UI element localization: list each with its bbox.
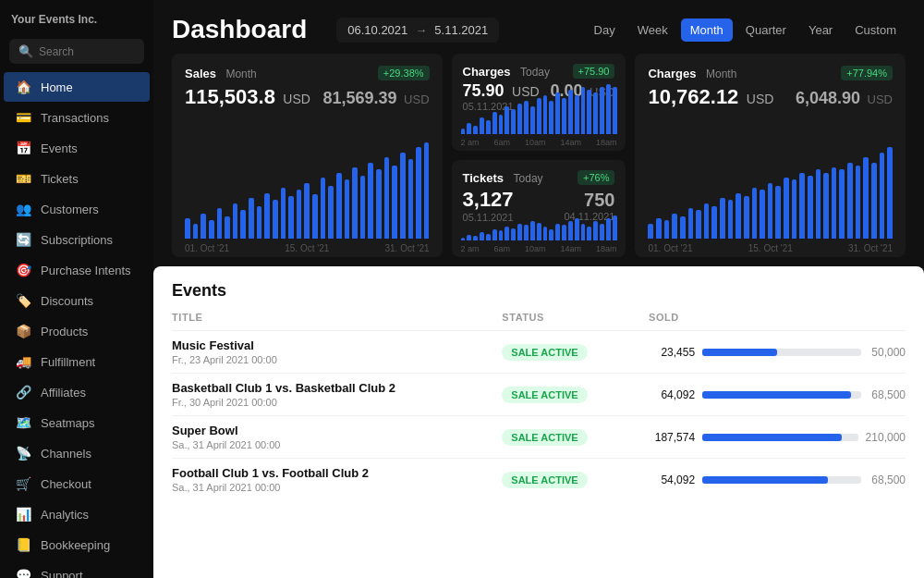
- sidebar-icon-4: 👥: [15, 202, 31, 216]
- status-badge: SALE ACTIVE: [502, 429, 587, 446]
- chart-bar: [486, 234, 491, 240]
- event-date: Fr., 23 April 2021 00:00: [172, 354, 502, 365]
- time-filter-custom[interactable]: Custom: [845, 18, 906, 42]
- chart-bar: [847, 163, 853, 240]
- chart-bar: [473, 126, 478, 134]
- event-name: Football Club 1 vs. Football Club 2: [172, 466, 502, 480]
- search-icon: 🔍: [18, 44, 33, 58]
- chart-bar: [499, 230, 504, 240]
- chart-bar: [321, 178, 326, 239]
- chart-bar: [656, 218, 662, 239]
- sidebar-item-tickets[interactable]: 🎫Tickets: [4, 164, 150, 193]
- sidebar-item-discounts[interactable]: 🏷️Discounts: [4, 286, 150, 315]
- event-date: Sa., 31 April 2021 00:00: [172, 482, 502, 493]
- chart-bar: [871, 163, 877, 240]
- sidebar-item-channels[interactable]: 📡Channels: [4, 438, 150, 468]
- chart-bar: [887, 147, 893, 239]
- chart-bar: [613, 87, 617, 134]
- event-name: Music Festival: [172, 338, 502, 352]
- sidebar-item-purchase-intents[interactable]: 🎯Purchase Intents: [4, 255, 150, 285]
- event-name: Super Bowl: [172, 424, 502, 437]
- chart-bar: [209, 220, 214, 239]
- chart-bar: [517, 104, 522, 134]
- chart-bar: [297, 190, 302, 239]
- chart-bar: [549, 101, 553, 134]
- chart-bar: [336, 173, 342, 240]
- chart-bar: [505, 106, 509, 134]
- time-filter-year[interactable]: Year: [799, 18, 842, 42]
- tickets-card-subtitle: Today: [514, 172, 543, 185]
- chart-bar: [752, 188, 758, 239]
- chart-bar: [273, 200, 278, 239]
- date-end: 5.11.2021: [434, 23, 488, 37]
- chart-bar: [288, 196, 294, 239]
- chart-bar: [416, 147, 421, 239]
- search-input[interactable]: [39, 45, 135, 58]
- sidebar-label-0: Home: [41, 80, 73, 94]
- event-sold-cell: 54,092 68,500: [649, 459, 906, 501]
- time-filter-quarter[interactable]: Quarter: [736, 18, 796, 42]
- date-arrow: →: [415, 23, 427, 37]
- progress-bar: [702, 391, 861, 399]
- chart-bar: [549, 229, 553, 240]
- chart-bar: [799, 173, 805, 240]
- search-bar[interactable]: 🔍: [9, 39, 144, 64]
- sold-number: 54,092: [649, 473, 695, 486]
- progress-fill: [702, 349, 777, 356]
- chart-bar: [524, 225, 529, 240]
- chart-bar: [400, 153, 406, 240]
- chart-bar: [360, 176, 366, 239]
- chart-bar: [768, 183, 773, 240]
- sidebar-item-products[interactable]: 📦Products: [4, 316, 150, 346]
- sidebar-item-support[interactable]: 💬Support: [4, 560, 150, 578]
- sidebar-item-fulfillment[interactable]: 🚚Fulfillment: [4, 347, 150, 376]
- sidebar-item-analytics[interactable]: 📊Analytics: [4, 499, 150, 529]
- sidebar-item-checkout[interactable]: 🛒Checkout: [4, 469, 150, 498]
- status-badge: SALE ACTIVE: [502, 387, 587, 403]
- sidebar-item-events[interactable]: 📅Events: [4, 133, 150, 163]
- sidebar-label-9: Fulfillment: [41, 355, 95, 369]
- chart-bar: [480, 232, 484, 240]
- charges-today-title: Charges: [463, 65, 511, 79]
- sidebar-item-subscriptions[interactable]: 🔄Subscriptions: [4, 225, 150, 254]
- chart-bar: [711, 206, 717, 239]
- time-filter-day[interactable]: Day: [585, 18, 625, 42]
- sidebar-item-transactions[interactable]: 💳Transactions: [4, 103, 150, 132]
- chart-bar: [480, 117, 484, 134]
- chart-bar: [264, 193, 270, 240]
- cards-row: Sales Month +29.38% 115,503.8 USD 81,569…: [153, 54, 924, 266]
- table-row[interactable]: Super Bowl Sa., 31 April 2021 00:00 SALE…: [172, 416, 906, 459]
- sidebar-label-7: Discounts: [41, 294, 93, 308]
- sidebar-item-home[interactable]: 🏠Home: [4, 72, 150, 102]
- sidebar-icon-16: 💬: [15, 568, 31, 578]
- chart-bar: [555, 92, 560, 134]
- chart-bar: [606, 84, 611, 134]
- sidebar-icon-5: 🔄: [15, 232, 31, 247]
- date-range[interactable]: 06.10.2021 → 5.11.2021: [336, 18, 499, 43]
- col-title: TITLE: [172, 312, 502, 331]
- charges-today-subtitle: Today: [520, 66, 550, 79]
- sales-main-unit: USD: [283, 92, 310, 106]
- sidebar-icon-12: 📡: [15, 446, 31, 461]
- time-filter-month[interactable]: Month: [681, 18, 733, 42]
- sales-card-subtitle: Month: [225, 68, 256, 80]
- sidebar-item-bookkeeping[interactable]: 📒Bookkeeping: [4, 530, 150, 560]
- chart-bar: [832, 167, 837, 239]
- sold-number: 23,455: [649, 346, 695, 359]
- table-row[interactable]: Football Club 1 vs. Football Club 2 Sa.,…: [172, 459, 906, 501]
- status-badge: SALE ACTIVE: [502, 344, 587, 361]
- tickets-card-title: Tickets: [463, 171, 505, 185]
- progress-bar: [702, 434, 858, 441]
- sidebar-item-customers[interactable]: 👥Customers: [4, 194, 150, 224]
- chart-bar: [461, 238, 466, 240]
- sidebar-item-affiliates[interactable]: 🔗Affiliates: [4, 377, 150, 407]
- event-status-cell: SALE ACTIVE: [502, 331, 649, 374]
- chart-bar: [760, 190, 765, 239]
- chart-bar: [524, 101, 529, 134]
- table-row[interactable]: Music Festival Fr., 23 April 2021 00:00 …: [172, 331, 906, 374]
- table-row[interactable]: Basketball Club 1 vs. Basketball Club 2 …: [172, 374, 906, 416]
- event-sold-cell: 64,092 68,500: [649, 374, 906, 416]
- time-filter-week[interactable]: Week: [628, 18, 677, 42]
- chart-bar: [839, 169, 845, 239]
- sidebar-item-seatmaps[interactable]: 🗺️Seatmaps: [4, 408, 150, 437]
